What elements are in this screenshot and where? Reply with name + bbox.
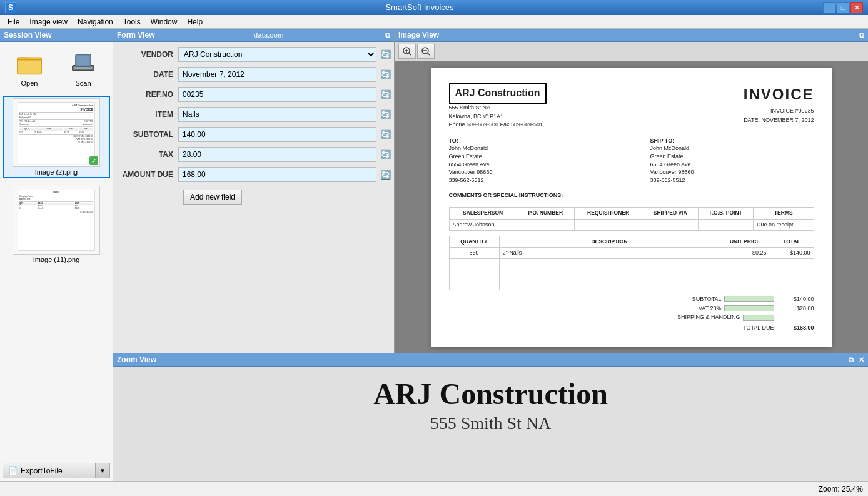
export-dropdown-button[interactable]: ▼	[96, 463, 110, 478]
amountdue-input[interactable]	[178, 167, 376, 182]
image-restore-btn[interactable]: ⧉	[859, 31, 864, 39]
inv-vat-value: $28.00	[777, 305, 814, 313]
vendor-select[interactable]: ARJ Construction	[178, 47, 376, 62]
top-right: Form View data.com ⧉ VENDOR ARJ Construc…	[113, 29, 868, 353]
open-tool[interactable]: Open	[9, 46, 49, 89]
zoom-content: ARJ Construction 555 Smith St NA	[113, 367, 868, 481]
menu-help[interactable]: Help	[182, 16, 208, 28]
invoice-company-info: 555 Smith St NA Kelowna, BC V1P1A1 Phone…	[449, 104, 547, 129]
session-toolbar: Open Scan	[0, 42, 113, 93]
subtotal-row: SUBTOTAL $140.00	[640, 295, 814, 303]
menu-navigation[interactable]: Navigation	[73, 16, 118, 28]
menu-imageview[interactable]: Image view	[24, 16, 73, 28]
add-field-button[interactable]: Add new field	[183, 190, 242, 205]
inv-number: INVOICE #00235	[744, 106, 814, 115]
vendor-refresh-btn[interactable]: 🔄	[379, 48, 391, 61]
form-header-label: Form View	[117, 31, 154, 39]
invoice-right-header: INVOICE INVOICE #00235 DATE: NOVEMBER 7,…	[744, 83, 814, 124]
td-total-1: $140.00	[770, 248, 814, 259]
th-ship: SHIPPED VIA	[642, 208, 699, 220]
td-qty-1: 560	[449, 248, 499, 259]
tax-input[interactable]	[178, 147, 376, 162]
item-refresh-btn[interactable]: 🔄	[379, 108, 391, 121]
tax-input-wrap: 🔄	[178, 147, 391, 162]
td-empty-qty	[449, 259, 499, 290]
export-label: ExportToFile	[21, 467, 63, 475]
inv-addr1: 555 Smith St NA	[449, 104, 547, 113]
tax-refresh-btn[interactable]: 🔄	[379, 148, 391, 161]
date-input-wrap: 🔄	[178, 67, 391, 82]
invoice-to-row: TO: John McDonald Green Estate 6554 Gree…	[449, 137, 814, 185]
refno-input[interactable]	[178, 87, 376, 102]
vendor-input-wrap: ARJ Construction 🔄	[178, 47, 391, 62]
form-row-vendor: VENDOR ARJ Construction 🔄	[116, 47, 391, 62]
td-req	[575, 219, 642, 230]
invoice-to-block: TO: John McDonald Green Estate 6554 Gree…	[449, 137, 613, 185]
refno-refresh-btn[interactable]: 🔄	[379, 88, 391, 101]
tax-label: TAX	[116, 150, 178, 159]
ship-address: 6554 Green Ave.	[650, 161, 814, 169]
zoom-address: 555 Smith St NA	[430, 413, 552, 433]
restore-button[interactable]: □	[837, 2, 849, 13]
vat-row: VAT 20% $28.00	[640, 305, 814, 313]
ship-name: John McDonald	[650, 144, 814, 153]
close-button[interactable]: ✕	[850, 2, 863, 13]
date-refresh-btn[interactable]: 🔄	[379, 68, 391, 81]
menu-file[interactable]: File	[3, 16, 24, 28]
scan-tool[interactable]: Scan	[63, 46, 103, 89]
refno-input-wrap: 🔄	[178, 87, 391, 102]
scan-icon	[68, 48, 98, 78]
subtotal-label: SUBTOTAL	[116, 130, 178, 139]
thumb-inner-1: ARJ Construction INVOICE 555 Smith St NA…	[13, 99, 99, 166]
window-controls: ─ □ ✕	[823, 2, 863, 13]
inv-total-value: $168.00	[777, 324, 814, 332]
zoom-close-btn[interactable]: ✕	[859, 356, 864, 364]
export-icon: 📄	[8, 466, 18, 475]
item-label: ITEM	[116, 110, 178, 119]
export-button[interactable]: 📄 ExportToFile	[3, 463, 96, 478]
inv-shipping-label: SHIPPING & HANDLING	[659, 313, 740, 321]
image-thumb-1: ARJ Construction INVOICE 555 Smith St NA…	[13, 98, 100, 167]
invoice-comments: COMMENTS OR SPECIAL INSTRUCTIONS:	[449, 191, 814, 200]
inv-subtotal-label: SUBTOTAL	[640, 295, 722, 303]
date-label: DATE	[116, 70, 178, 79]
sales-data-row: Andrew Johnson Due on receipt	[449, 219, 814, 230]
minimize-button[interactable]: ─	[823, 2, 835, 13]
menu-tools[interactable]: Tools	[118, 16, 146, 28]
invoice-sales-table: SALESPERSON P.O. NUMBER REQUISITIONER SH…	[449, 207, 814, 230]
inv-total-label: TOTAL DUE	[693, 324, 774, 332]
td-fob	[699, 219, 754, 230]
th-unit-price: UNIT PRICE	[720, 236, 770, 248]
inv-date: DATE: NOVEMBER 7, 2012	[744, 116, 814, 124]
svg-rect-7	[77, 56, 90, 66]
shipto-label: SHIP TO:	[650, 137, 814, 145]
main-layout: Session View Open	[0, 29, 868, 481]
amountdue-input-wrap: 🔄	[178, 167, 391, 182]
zoom-out-button[interactable]	[417, 44, 435, 59]
form-header: Form View data.com ⧉	[113, 29, 394, 42]
amountdue-refresh-btn[interactable]: 🔄	[379, 168, 391, 181]
subtotal-input[interactable]	[178, 127, 376, 142]
session-image-1[interactable]: ARJ Construction INVOICE 555 Smith St NA…	[3, 96, 110, 178]
zoom-in-button[interactable]	[398, 44, 416, 59]
image-content[interactable]: ARJ Construction 555 Smith St NA Kelowna…	[395, 61, 868, 353]
comments-label: COMMENTS OR SPECIAL INSTRUCTIONS:	[449, 192, 563, 198]
session-export: 📄 ExportToFile ▼	[0, 460, 113, 481]
image-toolbar	[395, 42, 868, 61]
date-input[interactable]	[178, 67, 376, 82]
zoom-panel: Zoom View ⧉ ✕ ARJ Construction 555 Smith…	[113, 353, 868, 481]
session-header-label: Session View	[4, 31, 51, 39]
item-input[interactable]	[178, 107, 376, 122]
form-restore-btn[interactable]: ⧉	[385, 31, 390, 39]
scan-label: Scan	[75, 79, 91, 87]
td-empty-total	[770, 259, 814, 290]
subtotal-refresh-btn[interactable]: 🔄	[379, 128, 391, 141]
amountdue-label: AMOUNT DUE	[116, 170, 178, 179]
session-image-2[interactable]: Invoice Company Name Address Line QTY DE…	[3, 183, 110, 266]
vendor-label: VENDOR	[116, 50, 178, 59]
image-header-label: Image View	[398, 31, 439, 39]
invoice-left-header: ARJ Construction 555 Smith St NA Kelowna…	[449, 83, 547, 129]
menu-window[interactable]: Window	[146, 16, 183, 28]
zoom-expand-btn[interactable]: ⧉	[849, 356, 854, 364]
td-unit-1: $0.25	[720, 248, 770, 259]
